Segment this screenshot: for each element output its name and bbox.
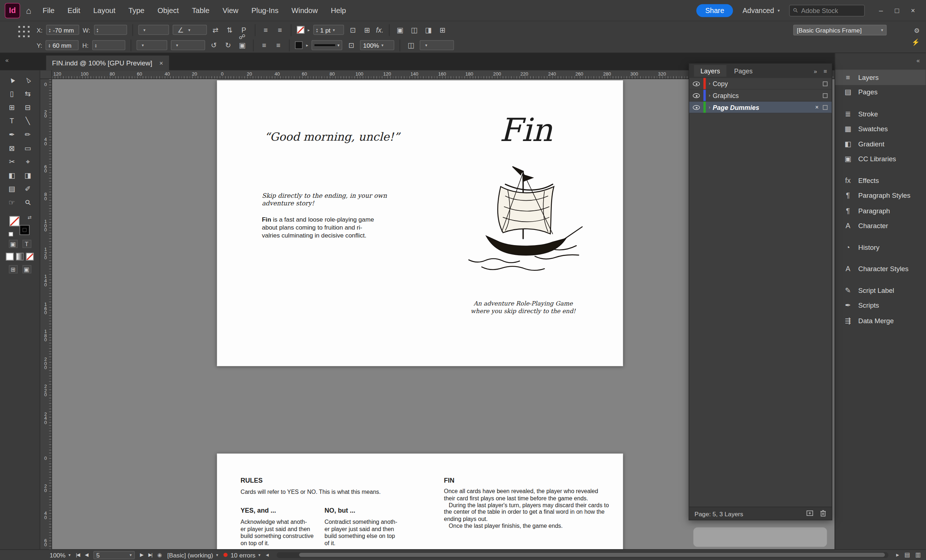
selection-tool[interactable]: ►	[4, 73, 20, 87]
text-wrap-none-icon[interactable]: ▣	[395, 26, 405, 34]
last-page-button[interactable]: ▶|	[148, 552, 152, 557]
x-position-field[interactable]: ▴▾ -70 mm	[46, 25, 79, 35]
dock-item-scripts[interactable]: ✒ Scripts	[835, 298, 926, 313]
title-text[interactable]: Fin	[499, 115, 552, 146]
greeting-text[interactable]: “Good morning, uncle!”	[264, 130, 399, 143]
effects-fx-icon[interactable]: fx.	[376, 26, 384, 34]
line-tool[interactable]: ╲	[20, 114, 36, 128]
rectangle-frame-tool[interactable]: ⊠	[4, 141, 20, 155]
note-tool[interactable]: ▤	[4, 182, 20, 196]
indesign-logo[interactable]: Id	[5, 3, 20, 18]
ship-illustration[interactable]	[464, 160, 588, 281]
formatting-affects-text-button[interactable]: T	[22, 240, 31, 248]
zoom-level-dropdown[interactable]: 100% ▾	[50, 551, 71, 558]
dock-item-paragraph[interactable]: ¶ Paragraph	[835, 203, 926, 218]
dock-item-cc-libraries[interactable]: ▣ CC Libraries	[835, 151, 926, 167]
caption-text[interactable]: An adventure Role-Playing Game where you…	[469, 300, 577, 315]
delete-layer-button[interactable]	[820, 509, 826, 518]
dock-item-character-styles[interactable]: A Character Styles	[835, 261, 926, 276]
visibility-toggle[interactable]	[689, 93, 704, 98]
rotate-cw-icon[interactable]: ↻	[223, 41, 233, 50]
page-spread-back[interactable]: RULES Cards will refer to YES or NO. Thi…	[217, 454, 623, 549]
frame-fitting-icon[interactable]: ⊡	[348, 26, 358, 34]
tab-layers[interactable]: Layers	[694, 65, 726, 77]
dock-item-paragraph-styles[interactable]: ¶ Paragraph Styles	[835, 188, 926, 203]
document-tab[interactable]: FIN.indd @ 100% [GPU Preview] ×	[46, 56, 169, 71]
tab-pages[interactable]: Pages	[728, 65, 759, 77]
dock-item-data-merge[interactable]: ⇶ Data Merge	[835, 313, 926, 328]
fin-heading[interactable]: FIN	[444, 477, 454, 484]
align-panel-icon[interactable]: ≡	[259, 41, 269, 50]
content-placer-tool[interactable]: ⊟	[20, 101, 36, 114]
menu-plugins[interactable]: Plug-Ins	[245, 6, 285, 15]
dock-item-pages[interactable]: ▤ Pages	[835, 85, 926, 100]
direct-selection-tool[interactable]: ▻	[20, 73, 36, 87]
select-container-icon[interactable]: ▣	[237, 41, 248, 50]
dock-item-script-label[interactable]: ✎ Script Label	[835, 283, 926, 298]
new-layer-button[interactable]	[806, 510, 814, 517]
maximize-button[interactable]: □	[895, 6, 899, 15]
pencil-tool[interactable]: ✏	[20, 128, 36, 141]
target-frame-icon[interactable]	[823, 105, 828, 110]
scissors-tool[interactable]: ✂	[4, 155, 20, 169]
wrap-options-icon[interactable]: ⊞	[437, 26, 448, 34]
layer-name[interactable]: Page Dummies	[713, 104, 759, 111]
content-collector-tool[interactable]: ⊞	[4, 101, 20, 114]
zoom-tool[interactable]: ⚲	[20, 196, 36, 209]
default-fill-stroke-icon[interactable]	[9, 232, 13, 236]
minimize-button[interactable]: –	[879, 6, 883, 15]
rules-heading[interactable]: RULES	[241, 477, 263, 484]
yes-body[interactable]: Acknowledge what anoth- er player just s…	[241, 518, 314, 546]
text-wrap-bounding-icon[interactable]: ◫	[409, 26, 419, 34]
view-options-button[interactable]: ⊞	[9, 265, 18, 273]
panel-menu-icon[interactable]: ≡	[824, 68, 827, 74]
rectangle-tool[interactable]: ▭	[20, 141, 36, 155]
menu-edit[interactable]: Edit	[61, 6, 87, 15]
gear-icon[interactable]: ⚙	[914, 27, 920, 35]
scroll-left-icon[interactable]: ◂	[266, 552, 269, 558]
wrap-to-icon[interactable]: ◫	[406, 41, 416, 50]
close-tab-icon[interactable]: ×	[159, 59, 163, 66]
collapse-left-icon[interactable]: «	[5, 57, 9, 63]
previous-page-button[interactable]: ◀	[85, 552, 88, 557]
stroke-swatch[interactable]	[19, 225, 29, 235]
align-objects-icon[interactable]: ≡	[260, 26, 271, 34]
target-frame-icon[interactable]	[823, 93, 828, 98]
intro-paragraph[interactable]: Fin is a fast and loose role-playing gam…	[262, 216, 374, 239]
text-wrap-object-icon[interactable]: ◨	[423, 26, 434, 34]
menu-file[interactable]: File	[36, 6, 61, 15]
fin-body[interactable]: Once all cards have been revealed, the p…	[444, 488, 609, 530]
view-mode-b-icon[interactable]: ▥	[915, 552, 921, 558]
fill-swatch[interactable]	[295, 41, 303, 49]
corner-options-icon[interactable]: ⊞	[362, 26, 372, 34]
height-field[interactable]: ▴▾	[92, 40, 125, 50]
home-icon[interactable]: ⌂	[26, 5, 32, 15]
layer-copy[interactable]: › Copy ×	[689, 78, 832, 90]
page-number-dropdown[interactable]: 5 ▾	[93, 551, 135, 559]
expand-layer-icon[interactable]: ›	[709, 81, 710, 86]
menu-object[interactable]: Object	[151, 6, 185, 15]
scroll-right-icon[interactable]: ▸	[896, 552, 899, 558]
menu-type[interactable]: Type	[122, 6, 151, 15]
no-body[interactable]: Contradict something anoth- er player ju…	[325, 518, 397, 546]
stroke-none-swatch[interactable]	[297, 26, 304, 34]
shear-angle-field[interactable]: ▾	[171, 40, 205, 50]
expand-layer-icon[interactable]: ›	[709, 92, 710, 98]
no-heading[interactable]: NO, but ...	[325, 507, 356, 514]
scrollbar-thumb[interactable]	[299, 553, 885, 557]
dock-item-swatches[interactable]: ▦ Swatches	[835, 121, 926, 137]
spinner-icon[interactable]: ▴▾	[49, 43, 50, 47]
horizontal-scrollbar-thumb[interactable]	[693, 527, 827, 547]
reference-point-grid[interactable]	[18, 26, 31, 38]
gradient-swatch-tool[interactable]: ◧	[4, 169, 20, 182]
target-frame-icon[interactable]	[823, 82, 828, 86]
spinner-icon[interactable]: ▴▾	[97, 27, 98, 32]
dock-item-effects[interactable]: fx Effects	[835, 173, 926, 188]
width-field[interactable]: ▴▾	[94, 25, 127, 35]
free-transform-tool[interactable]: ⌖	[20, 155, 36, 169]
rules-intro[interactable]: Cards will refer to YES or NO. This is w…	[241, 488, 381, 495]
rotate-ccw-icon[interactable]: ↺	[209, 41, 219, 50]
dock-item-stroke[interactable]: ≣ Stroke	[835, 106, 926, 121]
swap-fill-stroke-icon[interactable]: ⇄	[27, 215, 32, 220]
apply-none-button[interactable]	[26, 253, 34, 260]
